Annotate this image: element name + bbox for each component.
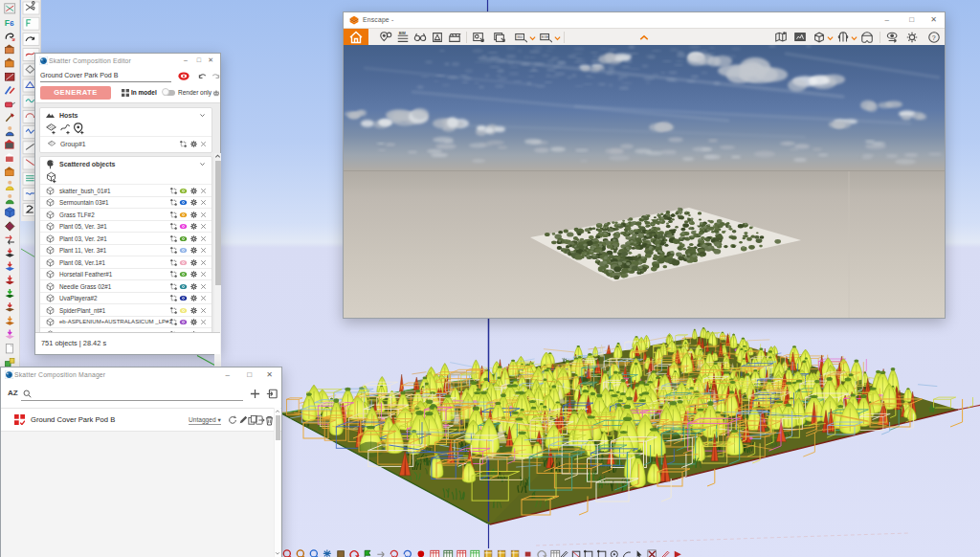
svg-text:F: F bbox=[5, 18, 10, 28]
svg-text:EXE: EXE bbox=[542, 35, 549, 39]
svg-text:360: 360 bbox=[517, 35, 523, 39]
svg-text:?: ? bbox=[932, 34, 936, 41]
svg-text:6: 6 bbox=[10, 19, 14, 28]
svg-text:BIM: BIM bbox=[399, 31, 406, 35]
